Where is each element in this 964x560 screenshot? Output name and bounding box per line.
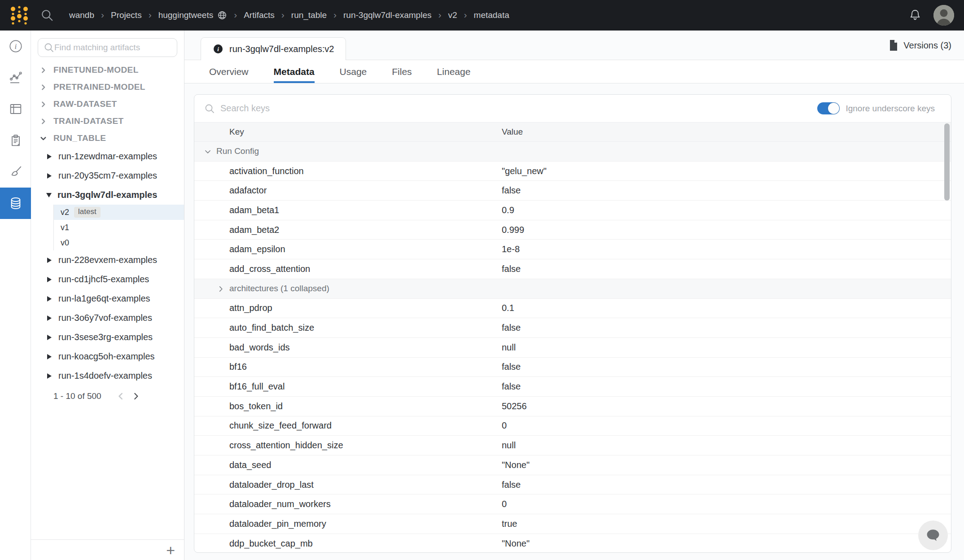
rail-item-sweeps[interactable] <box>0 156 31 188</box>
breadcrumb-item[interactable]: Projects <box>111 10 142 20</box>
breadcrumb-label: huggingtweets <box>158 10 214 20</box>
metadata-row: bos_token_id50256 <box>194 397 951 416</box>
chevron-right-icon[interactable] <box>217 285 225 293</box>
metadata-value: 1e-8 <box>502 244 520 254</box>
run-item[interactable]: run-3gqlw7dl-examples <box>31 185 184 205</box>
rail-item-info[interactable]: i <box>0 31 31 62</box>
metadata-content: Ignore underscore keys Key Value Run Con… <box>184 83 964 560</box>
breadcrumb-item[interactable]: Artifacts <box>244 10 275 20</box>
version-label: v1 <box>61 223 69 232</box>
artifact-search-input[interactable] <box>54 43 171 52</box>
file-icon <box>889 39 898 51</box>
versions-button[interactable]: Versions (3) <box>889 36 951 55</box>
version-label: v2 <box>61 208 69 217</box>
metadata-row: data_seed"None" <box>194 455 951 475</box>
category-label: PRETRAINED-MODEL <box>53 82 145 92</box>
breadcrumb-item[interactable]: huggingtweets <box>158 10 228 20</box>
metadata-row: adam_epsilon1e-8 <box>194 240 951 259</box>
run-label: run-3o6y7vof-examples <box>58 313 152 323</box>
search-icon[interactable] <box>40 9 54 22</box>
run-item[interactable]: run-20y35cm7-examples <box>31 166 184 185</box>
run-label: run-1zewdmar-examples <box>58 151 157 162</box>
metadata-key: activation_function <box>194 166 304 176</box>
ignore-underscore-toggle[interactable] <box>817 102 840 114</box>
run-item[interactable]: run-3sese3rg-examples <box>31 328 184 347</box>
rail-item-charts[interactable] <box>0 62 31 93</box>
category-finetuned-model[interactable]: FINETUNED-MODEL <box>31 61 184 79</box>
tab-lineage[interactable]: Lineage <box>437 60 471 83</box>
navbar-right <box>908 5 954 26</box>
category-label: RAW-DATASET <box>53 99 117 109</box>
broom-icon <box>9 165 23 179</box>
rail-item-artifacts[interactable] <box>0 188 31 219</box>
run-item[interactable]: run-cd1jhcf5-examples <box>31 270 184 289</box>
breadcrumb-item[interactable]: run_table <box>291 10 327 20</box>
metadata-value: true <box>502 519 517 529</box>
artifact-doc-tab[interactable]: i run-3gqlw7dl-examples:v2 <box>201 37 346 60</box>
breadcrumb-item[interactable]: metadata <box>474 10 509 20</box>
metadata-row: bf16false <box>194 358 951 377</box>
run-item[interactable]: run-1s4doefv-examples <box>31 366 184 385</box>
panel-scrollbar <box>944 123 950 549</box>
metadata-search-input[interactable] <box>220 103 817 114</box>
run-item[interactable]: run-3o6y7vof-examples <box>31 308 184 328</box>
chevron-down-icon[interactable] <box>204 148 212 156</box>
chevron-right-icon <box>39 83 47 91</box>
bell-icon[interactable] <box>908 9 922 22</box>
rail-item-tables[interactable] <box>0 93 31 125</box>
tab-metadata[interactable]: Metadata <box>274 60 315 83</box>
tab-overview[interactable]: Overview <box>209 60 249 83</box>
run-label: run-la1ge6qt-examples <box>58 293 150 304</box>
breadcrumb-label: wandb <box>69 10 94 20</box>
version-item-v1[interactable]: v1 <box>54 220 184 235</box>
metadata-value: false <box>502 264 521 274</box>
wandb-logo[interactable] <box>10 5 29 26</box>
run-item[interactable]: run-koacg5oh-examples <box>31 347 184 366</box>
category-pretrained-model[interactable]: PRETRAINED-MODEL <box>31 79 184 96</box>
breadcrumb-separator-icon: › <box>281 9 285 20</box>
clipboard-icon <box>9 133 23 148</box>
add-artifact-button[interactable]: + <box>166 542 175 558</box>
breadcrumb-item[interactable]: v2 <box>448 10 457 20</box>
version-item-v2[interactable]: v2latest <box>54 205 184 220</box>
metadata-row: ddp_bucket_cap_mb"None" <box>194 534 951 553</box>
tab-usage[interactable]: Usage <box>340 60 367 83</box>
metadata-value: false <box>502 323 521 333</box>
run-item[interactable]: run-1zewdmar-examples <box>31 147 184 166</box>
run-label: run-3gqlw7dl-examples <box>57 190 157 200</box>
chevron-left-icon[interactable] <box>116 391 126 401</box>
user-avatar[interactable] <box>933 5 954 26</box>
metadata-group-row[interactable]: Run Config <box>194 142 951 162</box>
sidebar-footer: + <box>31 539 184 560</box>
run-item[interactable]: run-la1ge6qt-examples <box>31 289 184 308</box>
category-raw-dataset[interactable]: RAW-DATASET <box>31 96 184 113</box>
scrollbar-thumb[interactable] <box>944 123 950 201</box>
breadcrumb-item[interactable]: run-3gqlw7dl-examples <box>343 10 431 20</box>
metadata-key: adam_epsilon <box>194 244 285 254</box>
metadata-key: data_seed <box>194 460 271 470</box>
metadata-value: "gelu_new" <box>502 166 547 176</box>
database-icon <box>9 196 23 210</box>
metadata-row: chunk_size_feed_forward0 <box>194 416 951 436</box>
chevron-right-icon[interactable] <box>131 391 141 401</box>
version-item-v0[interactable]: v0 <box>54 235 184 250</box>
tab-files[interactable]: Files <box>392 60 412 83</box>
breadcrumb-separator-icon: › <box>438 9 441 20</box>
category-train-dataset[interactable]: TRAIN-DATASET <box>31 113 184 130</box>
ignore-underscore-toggle-label: Ignore underscore keys <box>846 104 935 114</box>
run-item[interactable]: run-228evxem-examples <box>31 250 184 270</box>
chat-bubble-icon <box>925 528 941 543</box>
chat-button[interactable] <box>918 521 948 550</box>
rail-item-reports[interactable] <box>0 125 31 156</box>
metadata-row: dataloader_pin_memorytrue <box>194 514 951 534</box>
svg-text:i: i <box>217 46 219 52</box>
metadata-value: false <box>502 381 521 392</box>
metadata-group-row[interactable]: architectures (1 collapsed) <box>194 279 951 299</box>
metadata-key: adafactor <box>194 185 267 196</box>
pagination-text: 1 - 10 of 500 <box>53 391 101 401</box>
metadata-row: auto_find_batch_sizefalse <box>194 318 951 338</box>
metadata-value: false <box>502 480 521 490</box>
category-run_table[interactable]: RUN_TABLE <box>31 130 184 147</box>
table-icon <box>9 102 23 116</box>
breadcrumb-item[interactable]: wandb <box>69 10 94 20</box>
